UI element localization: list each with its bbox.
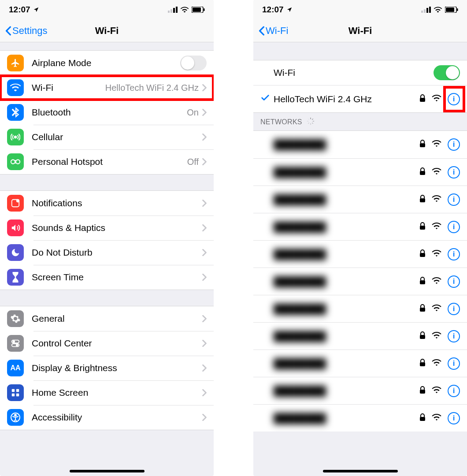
row-general[interactable]: General — [0, 306, 214, 331]
settings-screen: 12:07 Settings Wi-Fi — [0, 0, 214, 476]
hotspot-icon — [7, 153, 24, 170]
network-row[interactable]: ████████ i — [253, 377, 467, 404]
svg-rect-40 — [420, 198, 425, 202]
info-icon[interactable]: i — [448, 138, 460, 151]
row-screentime[interactable]: Screen Time — [0, 265, 214, 290]
info-icon[interactable]: i — [448, 330, 460, 342]
row-dnd[interactable]: Do Not Disturb — [0, 240, 214, 265]
wifi-signal-icon — [432, 414, 441, 423]
svg-rect-47 — [420, 390, 425, 394]
row-display[interactable]: AA Display & Brightness — [0, 356, 214, 380]
row-label: Bluetooth — [32, 107, 71, 118]
svg-rect-39 — [420, 171, 425, 175]
network-row[interactable]: ████████ i — [253, 350, 467, 377]
network-name: HelloTech WiFi 2.4 GHz — [274, 94, 419, 104]
info-icon[interactable]: i — [448, 412, 460, 424]
network-row[interactable]: ████████ i — [253, 213, 467, 240]
network-row[interactable]: ████████ i — [253, 295, 467, 322]
svg-rect-28 — [457, 8, 458, 11]
svg-rect-23 — [424, 9, 426, 13]
network-row[interactable]: ████████ i — [253, 131, 467, 158]
svg-rect-16 — [12, 389, 15, 392]
home-screen-icon — [7, 384, 24, 401]
row-wifi-toggle[interactable]: Wi-Fi — [253, 60, 467, 85]
lock-icon — [419, 94, 426, 104]
row-label: Wi-Fi — [32, 82, 53, 93]
gear-icon — [7, 310, 24, 327]
info-icon[interactable]: i — [448, 357, 460, 370]
status-time: 12:07 — [9, 5, 30, 15]
row-value: HelloTech WiFi 2.4 GHz — [105, 83, 199, 93]
row-label: Control Center — [32, 338, 92, 349]
chevron-right-icon — [202, 274, 207, 281]
row-label: Wi-Fi — [274, 67, 295, 78]
row-wifi[interactable]: Wi-Fi HelloTech WiFi 2.4 GHz — [0, 75, 214, 100]
networks-header: NETWORKS — [253, 113, 467, 130]
airplane-toggle[interactable] — [180, 56, 207, 71]
row-notifications[interactable]: Notifications — [0, 191, 214, 216]
wifi-signal-icon — [432, 140, 441, 149]
row-control-center[interactable]: Control Center — [0, 331, 214, 356]
back-button[interactable]: Settings — [5, 25, 48, 37]
row-label: General — [32, 313, 65, 324]
row-home-screen[interactable]: Home Screen — [0, 380, 214, 405]
svg-rect-24 — [426, 8, 428, 13]
home-indicator[interactable] — [323, 470, 398, 472]
row-cellular[interactable]: Cellular — [0, 125, 214, 149]
lock-icon — [419, 386, 426, 396]
row-label: Screen Time — [32, 272, 84, 283]
cellular-icon — [168, 7, 178, 13]
row-bluetooth[interactable]: Bluetooth On — [0, 100, 214, 125]
row-sounds[interactable]: Sounds & Haptics — [0, 216, 214, 240]
network-row[interactable]: ████████ i — [253, 158, 467, 186]
svg-rect-37 — [308, 119, 309, 120]
chevron-right-icon — [202, 109, 207, 116]
info-icon[interactable]: i — [448, 248, 460, 260]
svg-rect-38 — [420, 143, 425, 147]
row-airplane-mode[interactable]: Airplane Mode — [0, 51, 214, 75]
chevron-right-icon — [202, 249, 207, 256]
cellular-icon — [7, 129, 24, 145]
lock-icon — [419, 167, 426, 177]
network-row[interactable]: ████████ i — [253, 404, 467, 431]
row-label: Cellular — [32, 132, 63, 142]
screentime-icon — [7, 269, 24, 286]
network-row[interactable]: ████████ i — [253, 186, 467, 213]
spinner-icon — [307, 117, 315, 127]
wifi-signal-icon — [432, 95, 441, 104]
status-bar: 12:07 — [0, 0, 214, 19]
svg-rect-44 — [420, 308, 425, 312]
connected-network-row[interactable]: HelloTech WiFi 2.4 GHz i — [253, 85, 467, 112]
network-row[interactable]: ████████ i — [253, 268, 467, 295]
home-indicator[interactable] — [70, 470, 145, 472]
network-name-blurred: ████████ — [274, 167, 419, 178]
network-name-blurred: ████████ — [274, 331, 419, 342]
info-icon[interactable]: i — [448, 385, 460, 397]
svg-rect-5 — [193, 7, 201, 12]
bluetooth-icon — [7, 104, 24, 121]
cellular-icon — [421, 7, 431, 13]
network-row[interactable]: ████████ i — [253, 322, 467, 350]
info-icon[interactable]: i — [448, 303, 460, 315]
info-icon[interactable]: i — [448, 275, 460, 288]
info-icon[interactable]: i — [448, 93, 460, 105]
svg-rect-19 — [16, 394, 19, 396]
info-icon[interactable]: i — [448, 193, 460, 206]
back-button[interactable]: Wi-Fi — [259, 25, 288, 37]
wifi-icon — [7, 79, 24, 96]
row-label: Airplane Mode — [32, 58, 91, 68]
row-accessibility[interactable]: Accessibility — [0, 405, 214, 430]
row-hotspot[interactable]: Personal Hotspot Off — [0, 149, 214, 174]
network-row[interactable]: ████████ i — [253, 240, 467, 268]
svg-rect-31 — [312, 119, 314, 120]
svg-rect-41 — [420, 226, 425, 230]
location-icon — [33, 7, 39, 13]
wifi-toggle[interactable] — [434, 65, 460, 80]
wifi-toggle-group: Wi-Fi HelloTech WiFi 2.4 GHz i — [253, 60, 467, 113]
info-icon[interactable]: i — [448, 166, 460, 178]
location-icon — [286, 7, 293, 13]
info-icon[interactable]: i — [448, 221, 460, 233]
chevron-right-icon — [202, 414, 207, 421]
nav-bar: Settings Wi-Fi — [0, 19, 214, 42]
settings-group-general: General Control Center AA Display & Brig… — [0, 306, 214, 430]
